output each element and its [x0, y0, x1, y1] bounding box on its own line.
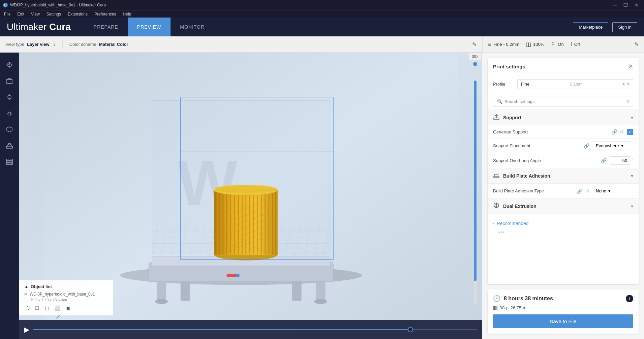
profile-select[interactable]: Fine 0.1mm ★ ▾: [517, 79, 633, 89]
estimate-info-button[interactable]: i: [626, 295, 633, 302]
menu-settings[interactable]: Settings: [45, 11, 62, 17]
adhesion-indicator[interactable]: ⁞ Off: [571, 41, 580, 48]
print-settings-edit[interactable]: ✎: [634, 41, 639, 48]
svg-rect-51: [234, 190, 235, 254]
support-placement-link[interactable]: 🔗: [583, 143, 590, 149]
object-tool-copy[interactable]: ❐: [34, 305, 41, 311]
tab-prepare[interactable]: PREPARE: [84, 18, 128, 36]
object-tool-settings[interactable]: ▣: [64, 305, 71, 311]
sidebar-tool-6[interactable]: [3, 139, 16, 152]
material-amount: 80g · 26.75m: [499, 305, 525, 310]
estimate-clock-icon: 🕐: [493, 295, 500, 302]
support-overhang-link[interactable]: 🔗: [600, 157, 607, 164]
search-row: 🔍 ≡: [488, 93, 639, 110]
generate-support-reset[interactable]: ↺: [619, 128, 624, 135]
menu-help[interactable]: Help: [122, 11, 133, 17]
layer-slider[interactable]: [33, 329, 477, 330]
viewport[interactable]: W: [19, 53, 482, 339]
sidebar-tool-5[interactable]: [3, 123, 16, 136]
save-to-file-button[interactable]: Save to File: [493, 314, 633, 328]
play-button[interactable]: ▶: [24, 326, 29, 334]
menu-view[interactable]: View: [30, 11, 41, 17]
estimate-panel: 🕐 8 hours 38 minutes i ||||| 80g · 26.75…: [488, 289, 639, 334]
support-placement-value: Everywhere: [596, 143, 619, 148]
toolbar-row: View type Layer view ‹ Color scheme Mate…: [0, 36, 644, 53]
print-settings-close[interactable]: ✕: [628, 63, 633, 70]
sidebar-tool-3[interactable]: [3, 90, 16, 104]
logo-bold: Cura: [49, 22, 71, 32]
svg-rect-36: [157, 282, 166, 301]
object-item-icon: ✏: [24, 292, 28, 297]
support-on-label: On: [558, 42, 563, 47]
support-icon: ⚐: [551, 41, 556, 48]
restore-btn[interactable]: ❐: [621, 2, 631, 8]
menu-file[interactable]: File: [3, 11, 12, 17]
object-list-collapse[interactable]: ▲: [24, 284, 29, 289]
view-type-arrow[interactable]: ‹: [54, 41, 56, 48]
more-dots: [493, 229, 633, 236]
close-btn[interactable]: ✕: [632, 2, 641, 8]
support-overhang-unit: °: [632, 158, 633, 163]
generate-support-checkbox[interactable]: ✓: [627, 129, 633, 135]
quality-icon: ≡: [488, 41, 492, 48]
recommended-button[interactable]: ‹ Recommended: [493, 218, 529, 229]
search-icon: 🔍: [497, 99, 502, 104]
adhesion-section-header[interactable]: Build Plate Adhesion ▾: [488, 168, 639, 184]
adhesion-icon: ⁞: [571, 41, 572, 48]
estimate-row: 🕐 8 hours 38 minutes i: [493, 295, 633, 302]
layer-number-panel: 392: [469, 53, 482, 305]
support-placement-dropdown[interactable]: Everywhere ▾: [593, 142, 633, 150]
adhesion-type-dropdown[interactable]: None ▾: [593, 187, 633, 195]
svg-rect-7: [6, 163, 12, 164]
svg-rect-53: [242, 190, 243, 254]
adhesion-type-reset[interactable]: ↺: [585, 188, 590, 194]
window-title: WDI3P_hyperboloid_with_base_0v1 - Ultima…: [10, 3, 106, 7]
marketplace-button[interactable]: Marketplace: [573, 22, 608, 32]
support-placement-label: Support Placement: [493, 143, 580, 148]
tab-monitor[interactable]: MONITOR: [171, 18, 214, 36]
dual-extrusion-section-header[interactable]: Dual Extrusion ▾: [488, 198, 639, 214]
svg-rect-6: [6, 161, 12, 162]
adhesion-icon: [493, 172, 500, 180]
search-menu-icon[interactable]: ≡: [626, 98, 630, 104]
svg-rect-88: [494, 176, 499, 177]
recommended-label: Recommended: [497, 221, 529, 226]
estimate-material: ||||| 80g · 26.75m: [493, 305, 633, 310]
support-section-header[interactable]: Support ▾: [488, 110, 639, 125]
color-scheme-edit[interactable]: ✎: [472, 41, 477, 48]
search-input[interactable]: [504, 99, 624, 104]
svg-rect-4: [6, 146, 12, 148]
minimize-btn[interactable]: ─: [611, 2, 619, 8]
object-list-label: Object list: [31, 284, 52, 289]
sidebar-tool-4[interactable]: [3, 106, 16, 120]
print-settings-panel: Print settings ✕ Profile Fine 0.1mm ★ ▾: [488, 58, 639, 284]
menu-extensions[interactable]: Extensions: [66, 11, 89, 17]
sidebar-tool-1[interactable]: [3, 58, 16, 71]
layer-number: 392: [469, 53, 482, 61]
slider-thumb[interactable]: [408, 327, 413, 332]
menu-edit[interactable]: Edit: [16, 11, 26, 17]
object-tool-group[interactable]: ⬜: [53, 305, 62, 311]
svg-rect-5: [6, 159, 12, 160]
support-indicator[interactable]: ⚐ On: [551, 41, 563, 48]
generate-support-link[interactable]: 🔗: [611, 128, 618, 135]
play-bar: ▶: [19, 320, 482, 339]
adhesion-section-label: Build Plate Adhesion: [503, 173, 627, 179]
svg-rect-87: [494, 118, 499, 119]
signin-button[interactable]: Sign in: [612, 22, 637, 32]
adhesion-type-link[interactable]: 🔗: [576, 188, 583, 194]
sidebar-tool-2[interactable]: [3, 74, 16, 88]
search-box[interactable]: 🔍 ≡: [493, 96, 633, 107]
tab-preview[interactable]: PREVIEW: [128, 18, 171, 36]
sidebar-tool-7[interactable]: [3, 155, 16, 168]
profile-indicator[interactable]: ≡ Fine - 0.2mm: [488, 41, 519, 48]
object-tool-center[interactable]: ⬡: [24, 305, 31, 311]
viewport-scrollbar[interactable]: [474, 69, 477, 305]
adhesion-type-chevron: ▾: [608, 188, 611, 193]
support-overhang-input[interactable]: [610, 156, 630, 165]
menu-preferences[interactable]: Preferences: [93, 11, 118, 17]
svg-point-40: [155, 299, 168, 304]
support-section-label: Support: [503, 115, 627, 120]
fill-indicator[interactable]: ◫ 100%: [526, 41, 544, 48]
object-tool-select[interactable]: ▢: [43, 305, 51, 311]
